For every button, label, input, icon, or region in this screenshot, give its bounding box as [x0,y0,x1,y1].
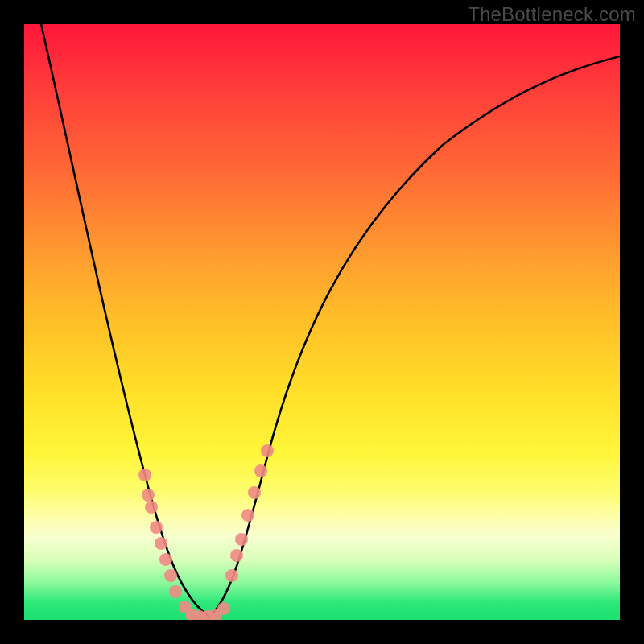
data-dot [155,537,167,550]
data-dot [150,521,163,534]
curves-svg [24,24,620,620]
data-dot [217,602,230,615]
data-dot [169,585,182,598]
data-dot [138,469,151,481]
chart-frame: TheBottleneck.com [0,0,644,644]
data-dot [248,486,261,499]
data-dot [254,464,267,477]
data-dot [159,553,172,566]
data-dot [225,569,238,582]
watermark-text: TheBottleneck.com [468,3,636,26]
data-dot [164,569,177,582]
dots-bottom-cluster [185,602,230,620]
dots-left-cluster [138,469,192,613]
data-dot [235,533,248,546]
plot-area [24,24,620,620]
data-dot [230,549,243,562]
data-dot [242,509,254,522]
data-dot [142,489,155,502]
data-dot [145,501,158,514]
left-curve [41,24,209,617]
right-curve [209,56,620,617]
dots-right-cluster [225,444,274,582]
data-dot [261,444,274,457]
